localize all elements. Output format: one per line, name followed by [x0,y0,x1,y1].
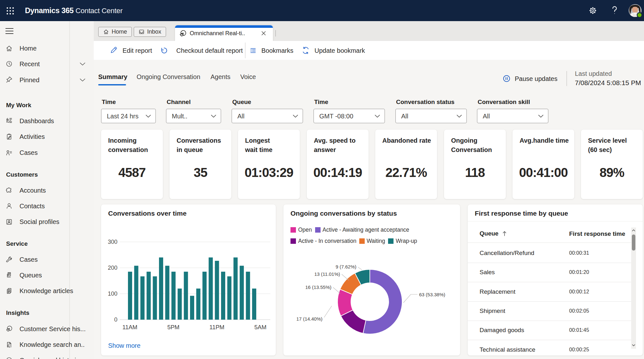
svg-text:5AM: 5AM [254,324,266,331]
svg-text:11AM: 11AM [123,324,138,331]
svg-text:100: 100 [108,291,117,297]
svg-text:17 (14.40%): 17 (14.40%) [296,316,322,322]
svg-text:0: 0 [114,316,117,323]
svg-text:63 (53.38%): 63 (53.38%) [419,292,445,297]
svg-text:16 (13.55%): 16 (13.55%) [305,284,331,290]
svg-text:300: 300 [108,239,117,245]
svg-text:200: 200 [108,265,117,271]
svg-text:5PM: 5PM [167,324,179,331]
svg-text:9 (7.62%): 9 (7.62%) [336,264,356,269]
svg-text:11PM: 11PM [210,324,225,331]
svg-text:13 (11.01%): 13 (11.01%) [314,271,340,277]
